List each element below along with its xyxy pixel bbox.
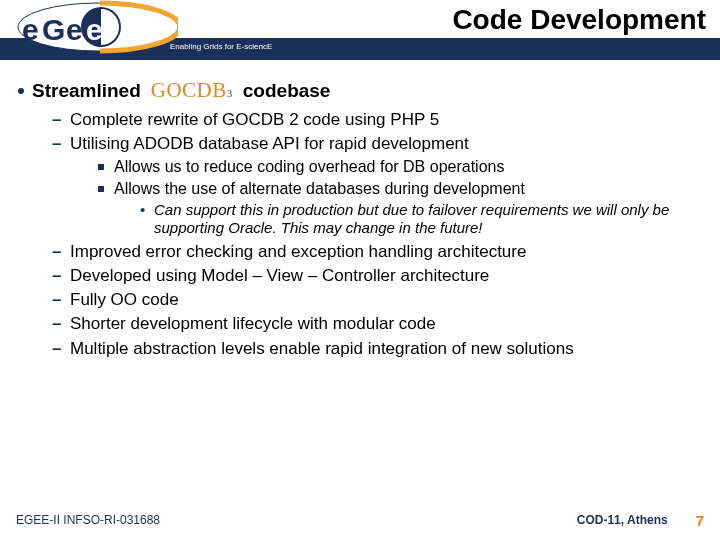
egee-logo: e G e e xyxy=(8,0,178,56)
list-item: Can support this in production but due t… xyxy=(140,201,702,237)
footer-page-number: 7 xyxy=(696,512,704,529)
svg-text:e: e xyxy=(22,13,39,46)
svg-text:G: G xyxy=(42,13,65,46)
bullet-icon xyxy=(18,88,24,94)
list-item: Improved error checking and exception ha… xyxy=(52,241,702,262)
slide-title: Code Development xyxy=(452,4,706,36)
tagline: Enabling Grids for E-sciencE xyxy=(170,42,272,51)
footer: EGEE-II INFSO-RI-031688 COD-11, Athens 7 xyxy=(0,506,720,540)
list-item-text: Utilising ADODB database API for rapid d… xyxy=(70,134,469,153)
list-item: Allows the use of alternate databases du… xyxy=(98,179,702,237)
main-bullet: Streamlined GOCDB3 codebase xyxy=(18,78,702,103)
gocdb-logo-sub: 3 xyxy=(227,87,233,99)
gocdb-logo: GOCDB3 xyxy=(149,78,235,103)
list-item: Fully OO code xyxy=(52,289,702,310)
list-item: Developed using Model – View – Controlle… xyxy=(52,265,702,286)
slide-content: Streamlined GOCDB3 codebase Complete rew… xyxy=(0,78,720,500)
list-item-text: Allows the use of alternate databases du… xyxy=(114,180,525,197)
footer-right: COD-11, Athens 7 xyxy=(577,512,704,529)
svg-text:e: e xyxy=(86,13,103,46)
svg-text:e: e xyxy=(66,13,83,46)
list-item: Multiple abstraction levels enable rapid… xyxy=(52,338,702,359)
main-bullet-before: Streamlined xyxy=(32,80,141,102)
bullet-list-level2: Allows us to reduce coding overhead for … xyxy=(98,157,702,237)
gocdb-logo-text: GOCDB xyxy=(151,78,227,102)
list-item: Allows us to reduce coding overhead for … xyxy=(98,157,702,177)
footer-left: EGEE-II INFSO-RI-031688 xyxy=(16,513,160,527)
footer-center: COD-11, Athens xyxy=(577,513,668,527)
list-item: Shorter development lifecycle with modul… xyxy=(52,313,702,334)
list-item: Complete rewrite of GOCDB 2 code using P… xyxy=(52,109,702,130)
list-item: Utilising ADODB database API for rapid d… xyxy=(52,133,702,236)
bullet-list-level3: Can support this in production but due t… xyxy=(140,201,702,237)
main-bullet-after: codebase xyxy=(243,80,331,102)
header: e G e e Enabling Grids for E-sciencE Cod… xyxy=(0,0,720,64)
bullet-list-level1: Complete rewrite of GOCDB 2 code using P… xyxy=(52,109,702,359)
